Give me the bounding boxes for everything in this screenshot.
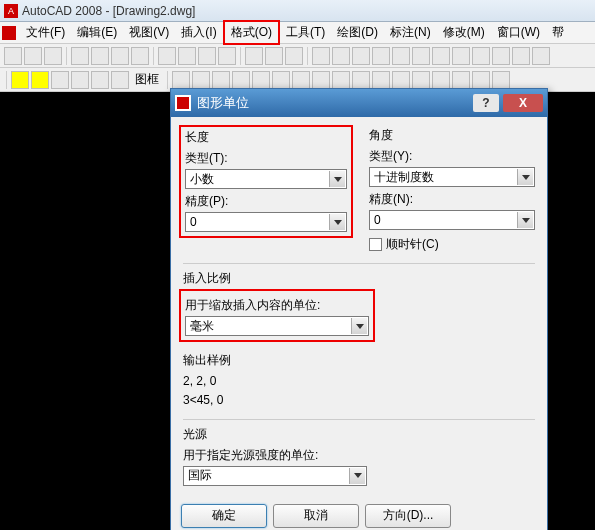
length-title: 长度 bbox=[185, 129, 347, 146]
toolbar-icon[interactable] bbox=[11, 71, 29, 89]
angle-precision-select[interactable]: 0 bbox=[369, 210, 535, 230]
toolbar-icon[interactable] bbox=[332, 71, 350, 89]
toolbar-row-1 bbox=[0, 44, 595, 68]
svg-rect-0 bbox=[177, 97, 189, 109]
toolbar-icon[interactable] bbox=[392, 47, 410, 65]
toolbar-icon[interactable] bbox=[111, 71, 129, 89]
toolbar-icon[interactable] bbox=[232, 71, 250, 89]
toolbar-icon[interactable] bbox=[412, 71, 430, 89]
toolbar-icon[interactable] bbox=[265, 47, 283, 65]
clockwise-label: 顺时针(C) bbox=[386, 236, 439, 253]
toolbar-icon[interactable] bbox=[192, 71, 210, 89]
dialog-titlebar[interactable]: 图形单位 ? X bbox=[171, 89, 547, 117]
toolbar-icon[interactable] bbox=[372, 47, 390, 65]
toolbar-icon[interactable] bbox=[452, 47, 470, 65]
toolbar-icon[interactable] bbox=[352, 47, 370, 65]
dialog-title: 图形单位 bbox=[197, 94, 473, 112]
toolbar-icon[interactable] bbox=[245, 47, 263, 65]
chevron-down-icon bbox=[349, 468, 365, 484]
toolbar-icon[interactable] bbox=[332, 47, 350, 65]
toolbar-icon[interactable] bbox=[532, 47, 550, 65]
length-precision-value: 0 bbox=[190, 215, 197, 229]
toolbar-icon[interactable] bbox=[172, 71, 190, 89]
toolbar-icon[interactable] bbox=[285, 47, 303, 65]
toolbar-icon[interactable] bbox=[91, 71, 109, 89]
toolbar-icon[interactable] bbox=[412, 47, 430, 65]
toolbar-icon[interactable] bbox=[372, 71, 390, 89]
toolbar-icon[interactable] bbox=[91, 47, 109, 65]
toolbar-icon[interactable] bbox=[111, 47, 129, 65]
menu-help[interactable]: 帮 bbox=[546, 22, 570, 43]
menu-format[interactable]: 格式(O) bbox=[223, 20, 280, 45]
toolbar-icon[interactable] bbox=[158, 47, 176, 65]
dialog-button-row: 确定 取消 方向(D)... bbox=[181, 496, 535, 530]
menu-modify[interactable]: 修改(M) bbox=[437, 22, 491, 43]
light-label: 用于指定光源强度的单位: bbox=[183, 447, 535, 464]
toolbar-icon[interactable] bbox=[31, 71, 49, 89]
menu-file[interactable]: 文件(F) bbox=[20, 22, 71, 43]
app-title: AutoCAD 2008 - [Drawing2.dwg] bbox=[22, 4, 195, 18]
toolbar-icon[interactable] bbox=[44, 47, 62, 65]
toolbar-icon[interactable] bbox=[51, 71, 69, 89]
toolbar-icon[interactable] bbox=[492, 71, 510, 89]
toolbar-icon[interactable] bbox=[472, 71, 490, 89]
app-logo-icon: A bbox=[4, 4, 18, 18]
toolbar-separator bbox=[240, 47, 241, 65]
light-title: 光源 bbox=[183, 426, 535, 443]
chevron-down-icon bbox=[517, 169, 533, 185]
length-precision-select[interactable]: 0 bbox=[185, 212, 347, 232]
menu-draw[interactable]: 绘图(D) bbox=[331, 22, 384, 43]
toolbar-icon[interactable] bbox=[452, 71, 470, 89]
menu-window[interactable]: 窗口(W) bbox=[491, 22, 546, 43]
toolbar-icon[interactable] bbox=[212, 71, 230, 89]
angle-title: 角度 bbox=[369, 127, 535, 144]
toolbar-icon[interactable] bbox=[312, 47, 330, 65]
toolbar-icon[interactable] bbox=[492, 47, 510, 65]
ok-button[interactable]: 确定 bbox=[181, 504, 267, 528]
toolbar-icon[interactable] bbox=[292, 71, 310, 89]
toolbar-icon[interactable] bbox=[198, 47, 216, 65]
direction-button[interactable]: 方向(D)... bbox=[365, 504, 451, 528]
sample-line1: 2, 2, 0 bbox=[183, 373, 535, 390]
menu-view[interactable]: 视图(V) bbox=[123, 22, 175, 43]
toolbar-icon[interactable] bbox=[272, 71, 290, 89]
dialog-body: 长度 类型(T): 小数 精度(P): 0 角度 类型 bbox=[171, 117, 547, 530]
length-type-select[interactable]: 小数 bbox=[185, 169, 347, 189]
cancel-button[interactable]: 取消 bbox=[273, 504, 359, 528]
menu-tool[interactable]: 工具(T) bbox=[280, 22, 331, 43]
toolbar-icon[interactable] bbox=[512, 47, 530, 65]
toolbar-icon[interactable] bbox=[432, 47, 450, 65]
toolbar-icon[interactable] bbox=[178, 47, 196, 65]
toolbar-icon[interactable] bbox=[131, 47, 149, 65]
app-titlebar: A AutoCAD 2008 - [Drawing2.dwg] bbox=[0, 0, 595, 22]
light-unit-select[interactable]: 国际 bbox=[183, 466, 367, 486]
toolbar-icon[interactable] bbox=[472, 47, 490, 65]
chevron-down-icon bbox=[329, 214, 345, 230]
close-icon[interactable]: X bbox=[503, 94, 543, 112]
menu-insert[interactable]: 插入(I) bbox=[175, 22, 222, 43]
clockwise-checkbox[interactable] bbox=[369, 238, 382, 251]
toolbar-icon[interactable] bbox=[432, 71, 450, 89]
insert-unit-select[interactable]: 毫米 bbox=[185, 316, 369, 336]
toolbar-icon[interactable] bbox=[312, 71, 330, 89]
toolbar-separator bbox=[307, 47, 308, 65]
toolbar-icon[interactable] bbox=[352, 71, 370, 89]
toolbar-icon[interactable] bbox=[71, 47, 89, 65]
menu-dim[interactable]: 标注(N) bbox=[384, 22, 437, 43]
help-icon[interactable]: ? bbox=[473, 94, 499, 112]
toolbar-icon[interactable] bbox=[218, 47, 236, 65]
chevron-down-icon bbox=[351, 318, 367, 334]
menu-edit[interactable]: 编辑(E) bbox=[71, 22, 123, 43]
direction-label: 方向(D)... bbox=[383, 507, 434, 524]
angle-type-value: 十进制度数 bbox=[374, 169, 434, 186]
angle-precision-value: 0 bbox=[374, 213, 381, 227]
toolbar-icon[interactable] bbox=[4, 47, 22, 65]
toolbar-icon[interactable] bbox=[71, 71, 89, 89]
angle-type-select[interactable]: 十进制度数 bbox=[369, 167, 535, 187]
toolbar-icon[interactable] bbox=[24, 47, 42, 65]
length-group-highlight: 长度 类型(T): 小数 精度(P): 0 bbox=[179, 125, 353, 238]
chevron-down-icon bbox=[329, 171, 345, 187]
angle-type-label: 类型(Y): bbox=[369, 148, 535, 165]
toolbar-icon[interactable] bbox=[392, 71, 410, 89]
toolbar-icon[interactable] bbox=[252, 71, 270, 89]
